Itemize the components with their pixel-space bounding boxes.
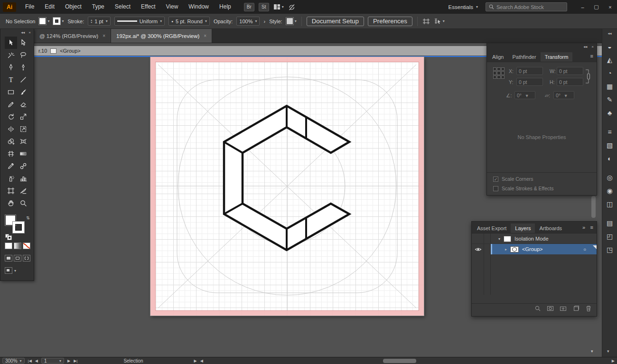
type-tool[interactable]: T <box>5 74 17 86</box>
bridge-button[interactable]: Br <box>244 3 254 11</box>
arrange-documents-button[interactable]: ▾ <box>273 4 284 10</box>
curvature-tool[interactable] <box>17 61 29 74</box>
magic-wand-tool[interactable] <box>5 49 17 61</box>
scale-tool[interactable] <box>17 111 29 123</box>
blend-tool[interactable] <box>17 160 29 172</box>
swap-fill-stroke-icon[interactable]: ⇄ <box>26 216 30 220</box>
x-input[interactable] <box>519 68 541 74</box>
tab-transform[interactable]: Transform <box>541 52 573 62</box>
tab-layers[interactable]: Layers <box>511 224 535 233</box>
collapse-chevron-icon[interactable]: ▾ <box>498 237 500 241</box>
close-icon[interactable]: × <box>591 45 594 49</box>
selection-bounds-button[interactable] <box>422 18 430 25</box>
zoom-tool[interactable] <box>17 197 29 209</box>
expander-chevron-icon[interactable]: ▸ <box>505 247 507 252</box>
menu-type[interactable]: Type <box>87 0 110 14</box>
appearance-panel-icon[interactable]: ◎ <box>602 171 617 184</box>
horizontal-scrollbar-thumb[interactable] <box>383 359 416 363</box>
asset-export-panel-icon[interactable]: ◳ <box>602 243 617 256</box>
libraries-panel-icon[interactable]: ◫ <box>602 197 617 211</box>
width-profile-dropdown[interactable]: Uniform ▾ <box>114 17 165 26</box>
draw-normal-button[interactable] <box>5 255 12 261</box>
close-button[interactable]: × <box>603 0 617 14</box>
scale-strokes-option[interactable]: Scale Strokes & Effects <box>493 186 554 191</box>
layer-row-group[interactable]: ▸ <Group> ○ <box>472 244 597 254</box>
artwork-logo[interactable] <box>150 57 424 316</box>
panel-menu-icon[interactable]: ≡ <box>590 224 593 230</box>
tab-asset-export[interactable]: Asset Export <box>473 224 511 233</box>
slice-tool[interactable] <box>17 185 29 197</box>
menu-select[interactable]: Select <box>110 0 136 14</box>
x-field[interactable] <box>516 67 543 75</box>
collapse-icon[interactable]: ◂◂ <box>583 45 587 49</box>
scale-strokes-checkbox[interactable] <box>493 186 498 191</box>
layer-row-isolation-mode[interactable]: ▾ Isolation Mode <box>472 233 597 244</box>
style-dropdown[interactable]: ▾ <box>286 18 297 25</box>
symbol-sprayer-tool[interactable] <box>5 172 17 185</box>
style-label[interactable]: Style: <box>269 19 282 24</box>
column-graph-tool[interactable] <box>17 172 29 185</box>
transparency-panel-icon[interactable]: ◐ <box>602 152 617 165</box>
line-segment-tool[interactable] <box>17 74 29 86</box>
eraser-tool[interactable] <box>17 98 29 111</box>
reference-point-locator[interactable] <box>493 67 505 79</box>
close-icon[interactable]: × <box>204 33 206 38</box>
breadcrumb-layer-label[interactable]: r.10 <box>38 48 47 54</box>
document-tab-2[interactable]: 192px.ai* @ 300% (RGB/Preview) × <box>111 29 212 43</box>
adobe-stock-search[interactable] <box>486 2 567 11</box>
status-play-icon[interactable]: ▶ <box>194 359 197 363</box>
rectangle-tool[interactable] <box>5 86 17 98</box>
direct-selection-tool[interactable] <box>17 37 29 49</box>
selection-tool[interactable] <box>5 37 17 49</box>
swatches-panel-icon[interactable]: ▦ <box>602 80 617 93</box>
color-button[interactable] <box>5 243 12 249</box>
delete-layer-icon[interactable] <box>585 305 592 312</box>
locate-object-icon[interactable] <box>534 305 541 312</box>
rotate-field[interactable]: 0° ▾ <box>514 91 535 99</box>
color-guide-panel-icon[interactable]: ◭ <box>602 53 617 66</box>
tab-pathfinder[interactable]: Pathfinder <box>508 52 540 62</box>
last-artboard-button[interactable]: ▶| <box>74 359 77 363</box>
gradient-button[interactable] <box>14 243 21 249</box>
artboard[interactable] <box>150 57 424 316</box>
collapse-icon[interactable]: ◂◂ <box>21 30 25 35</box>
y-input[interactable] <box>519 79 541 85</box>
new-sublayer-icon[interactable] <box>560 305 567 312</box>
preferences-button[interactable]: Preferences <box>368 17 412 26</box>
gradient-tool[interactable] <box>17 148 29 160</box>
make-clipping-mask-icon[interactable] <box>547 305 554 312</box>
tab-align[interactable]: Align <box>488 52 508 62</box>
brush-definition-dropdown[interactable]: • 5 pt. Round ▾ <box>168 17 210 26</box>
sync-status-button[interactable] <box>288 4 295 10</box>
h-field[interactable] <box>557 78 583 86</box>
gradient-panel-icon[interactable]: ▧ <box>602 139 617 152</box>
w-input[interactable] <box>559 68 581 74</box>
stroke-color-dropdown[interactable]: ▾ <box>53 18 64 25</box>
opacity-label[interactable]: Opacity: <box>214 19 233 24</box>
visibility-eye-icon[interactable] <box>475 247 482 252</box>
minimize-button[interactable]: – <box>576 0 589 14</box>
draw-inside-button[interactable] <box>23 255 30 261</box>
expand-panels-icon[interactable]: ◂◂ <box>608 31 611 36</box>
horizontal-scrollbar[interactable]: ◀ <box>200 358 608 364</box>
h-input[interactable] <box>559 79 581 85</box>
search-input[interactable] <box>496 4 564 10</box>
screen-mode-button[interactable] <box>5 267 12 274</box>
graphic-styles-panel-icon[interactable]: ◉ <box>602 184 617 197</box>
rotate-tool[interactable] <box>5 111 17 123</box>
panel-menu-icon[interactable]: ≡ <box>590 53 593 59</box>
brushes-panel-icon[interactable]: ✎ <box>602 93 617 106</box>
pen-tool[interactable] <box>5 61 17 74</box>
document-setup-button[interactable]: Document Setup <box>307 17 364 26</box>
paintbrush-tool[interactable] <box>17 86 29 98</box>
snap-options-button[interactable]: ▾ <box>434 18 445 25</box>
new-layer-icon[interactable] <box>572 305 580 312</box>
maximize-button[interactable]: ▢ <box>589 0 603 14</box>
w-field[interactable] <box>557 67 583 75</box>
shear-field[interactable]: 0° ▾ <box>553 91 574 99</box>
menu-effect[interactable]: Effect <box>136 0 160 14</box>
menu-edit[interactable]: Edit <box>39 0 60 14</box>
tab-artboards[interactable]: Artboards <box>535 224 566 233</box>
mesh-tool[interactable] <box>5 148 17 160</box>
hand-tool[interactable] <box>5 197 17 209</box>
